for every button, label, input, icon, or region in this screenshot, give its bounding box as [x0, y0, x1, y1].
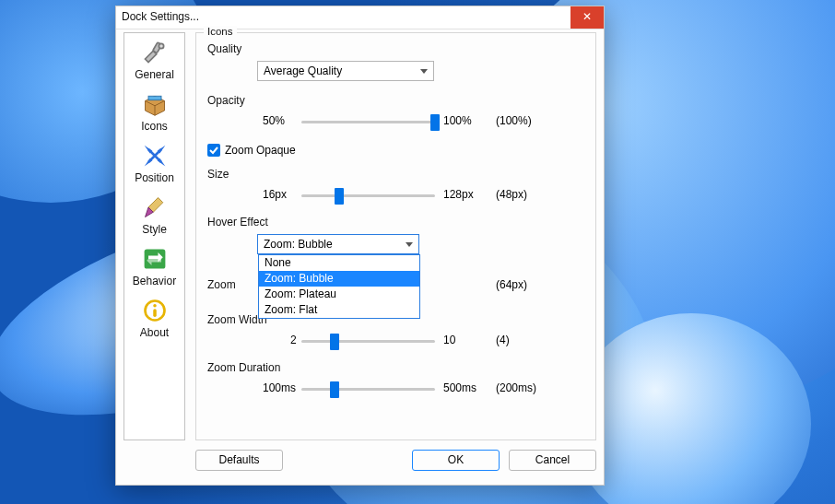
opacity-label: Opacity — [207, 94, 584, 107]
zoom-opaque-label: Zoom Opaque — [225, 144, 296, 157]
titlebar[interactable]: Dock Settings... ✕ — [116, 6, 604, 29]
svg-rect-6 — [153, 309, 157, 317]
sidebar-item-label: About — [124, 326, 184, 339]
svg-point-5 — [153, 304, 157, 308]
dock-settings-window: Dock Settings... ✕ General Icons — [115, 6, 605, 486]
slider-thumb[interactable] — [330, 334, 339, 350]
sidebar-item-position[interactable]: Position — [124, 136, 184, 188]
zoom-duration-slider[interactable]: 100ms 500ms (200ms) — [207, 380, 584, 400]
zoom-opaque-checkbox[interactable]: Zoom Opaque — [207, 144, 296, 157]
sidebar-item-behavior[interactable]: Behavior — [124, 240, 184, 291]
size-value: (48px) — [496, 188, 527, 201]
sidebar-item-label: Icons — [124, 120, 184, 133]
slider-track — [301, 340, 435, 343]
size-max: 128px — [443, 188, 474, 201]
zoom-label: Zoom — [207, 278, 236, 291]
quality-select[interactable]: Average Quality — [257, 61, 434, 81]
zoom-duration-value: (200ms) — [496, 381, 536, 394]
quality-selected: Average Quality — [264, 64, 342, 77]
sidebar-item-style[interactable]: Style — [124, 188, 184, 240]
slider-track — [301, 194, 435, 197]
icons-groupbox: Icons Quality Average Quality Opacity 50… — [195, 32, 596, 440]
sidebar-item-general[interactable]: General — [124, 33, 184, 85]
info-icon — [139, 297, 171, 324]
slider-thumb[interactable] — [430, 114, 440, 131]
zoom-value: (64px) — [496, 278, 527, 291]
svg-rect-2 — [148, 96, 161, 100]
tools-icon — [139, 39, 171, 66]
category-sidebar: General Icons Position Style — [123, 32, 185, 440]
option-none[interactable]: None — [259, 255, 419, 271]
sidebar-item-icons[interactable]: Icons — [124, 85, 184, 136]
opacity-slider[interactable]: 50% 100% (100%) — [207, 112, 584, 133]
zoom-duration-min: 100ms — [263, 381, 296, 394]
slider-track — [301, 121, 435, 123]
option-zoom-plateau[interactable]: Zoom: Plateau — [259, 287, 419, 302]
hover-effect-selected: Zoom: Bubble — [264, 238, 333, 251]
arrows-cross-icon — [139, 142, 171, 170]
zoom-width-max: 10 — [443, 334, 455, 346]
sidebar-item-about[interactable]: About — [124, 291, 184, 343]
option-zoom-bubble[interactable]: Zoom: Bubble — [259, 271, 419, 287]
close-icon: ✕ — [582, 10, 592, 23]
slider-thumb[interactable] — [330, 381, 339, 398]
hover-effect-label: Hover Effect — [207, 216, 584, 229]
box-icon — [139, 90, 171, 118]
hover-effect-select[interactable]: Zoom: Bubble None Zoom: Bubble Zoom: Pla… — [257, 234, 419, 254]
zoom-width-value: (4) — [496, 334, 510, 346]
groupbox-legend: Icons — [204, 26, 237, 37]
settings-panel: Icons Quality Average Quality Opacity 50… — [195, 32, 596, 440]
chevron-down-icon — [420, 69, 428, 74]
cancel-button[interactable]: Cancel — [509, 450, 596, 471]
close-button[interactable]: ✕ — [570, 6, 604, 29]
opacity-value: (100%) — [496, 114, 532, 127]
opacity-max: 100% — [443, 114, 472, 127]
opacity-min: 50% — [263, 114, 285, 127]
size-min: 16px — [263, 188, 287, 201]
zoom-duration-max: 500ms — [443, 381, 476, 394]
size-label: Size — [207, 168, 584, 181]
size-slider[interactable]: 16px 128px (48px) — [207, 186, 584, 206]
slider-thumb[interactable] — [335, 188, 344, 205]
brush-icon — [139, 193, 171, 221]
chevron-down-icon — [406, 242, 413, 247]
sidebar-item-label: General — [124, 68, 184, 81]
checkbox-checked-icon — [207, 144, 220, 157]
dialog-buttons: Defaults OK Cancel — [195, 450, 596, 477]
defaults-button[interactable]: Defaults — [195, 450, 283, 471]
option-zoom-flat[interactable]: Zoom: Flat — [259, 302, 419, 318]
svg-point-1 — [159, 43, 163, 48]
slider-track — [301, 388, 435, 391]
swap-icon — [139, 245, 171, 273]
ok-button[interactable]: OK — [412, 450, 500, 471]
zoom-duration-label: Zoom Duration — [207, 361, 584, 374]
sidebar-item-label: Behavior — [124, 275, 184, 287]
quality-label: Quality — [207, 42, 584, 55]
hover-effect-dropdown: None Zoom: Bubble Zoom: Plateau Zoom: Fl… — [258, 254, 420, 319]
zoom-width-min: 2 — [290, 334, 297, 346]
window-title: Dock Settings... — [122, 10, 199, 23]
sidebar-item-label: Style — [124, 223, 184, 236]
zoom-width-slider[interactable]: 2 10 (4) — [207, 332, 584, 352]
sidebar-item-label: Position — [124, 171, 184, 184]
